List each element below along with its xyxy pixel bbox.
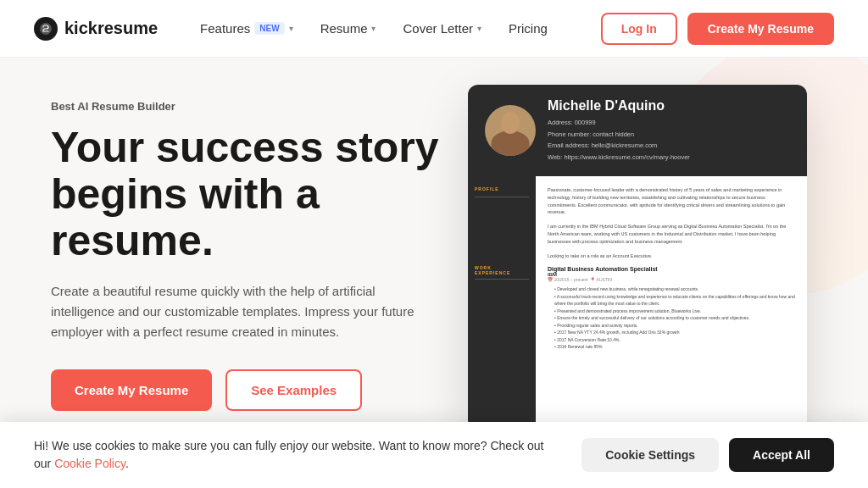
nav-pricing[interactable]: Pricing <box>497 14 559 42</box>
bullet6: • 2017 New NA YTY 24.4% growth, includin… <box>548 329 795 336</box>
login-button[interactable]: Log In <box>601 13 677 45</box>
navbar: kickresume Features NEW ▾ Resume ▾ Cover… <box>0 0 868 58</box>
logo-text: kickresume <box>64 19 158 38</box>
resume-body: PROFILE WORK EXPERIENCE Passionate, cust… <box>468 176 807 430</box>
job-location: AUSTIN <box>597 277 612 282</box>
hero-section: Best AI Resume Builder Your success stor… <box>0 58 868 437</box>
work-label: WORK EXPERIENCE <box>475 265 529 275</box>
bullet2: • A successful track-record using knowle… <box>548 293 795 308</box>
job-title: Digital Business Automation Specialist <box>548 266 795 272</box>
resume-web: Web: https://www.kickresume.com/cv/mary-… <box>548 152 690 164</box>
sidebar-divider2 <box>475 279 529 280</box>
bullet7: • 2017 NA Conversion Rate:10.4%. <box>548 336 795 344</box>
nav-resume[interactable]: Resume ▾ <box>309 14 388 42</box>
nav-actions: Log In Create My Resume <box>601 13 834 45</box>
hero-badge: Best AI Resume Builder <box>51 100 458 113</box>
profile-para3: Looking to take on a role as an Account … <box>548 252 795 260</box>
resume-address: Address: 000999 <box>548 117 690 129</box>
bullet5: • Providing regular sales and activity r… <box>548 322 795 330</box>
bullet1: • Developed and closed new business, whi… <box>548 286 795 293</box>
cookie-buttons: Cookie Settings Accept All <box>581 438 834 472</box>
hero-subtitle: Create a beautiful resume quickly with t… <box>51 281 415 342</box>
resume-sidebar: PROFILE WORK EXPERIENCE <box>468 176 536 430</box>
resume-label: Resume <box>320 21 368 36</box>
profile-para2: I am currently in the IBM Hybrid Cloud S… <box>548 223 795 245</box>
logo-icon <box>34 17 58 41</box>
create-resume-button[interactable]: Create My Resume <box>687 13 834 45</box>
resume-name: Michelle D'Aquino <box>548 98 690 114</box>
bullet8: • 2016 Renewal rate 85% <box>548 343 795 351</box>
avatar <box>485 105 536 156</box>
bullet4: • Ensure the timely and successful deliv… <box>548 314 795 322</box>
cookie-policy-link[interactable]: Cookie Policy <box>54 457 125 470</box>
profile-para1: Passionate, customer-focused leader with… <box>548 186 795 216</box>
profile-label: PROFILE <box>475 186 529 191</box>
hero-content: Best AI Resume Builder Your success stor… <box>51 92 458 437</box>
resume-header: Michelle D'Aquino Address: 000999 Phone … <box>468 85 807 176</box>
nav-cover-letter[interactable]: Cover Letter ▾ <box>391 14 493 42</box>
nav-links: Features NEW ▾ Resume ▾ Cover Letter ▾ P… <box>188 14 601 42</box>
job-meta: 📅 10/2015 – present 📍 AUSTIN <box>548 277 795 282</box>
resume-main: Passionate, customer-focused leader with… <box>536 176 807 430</box>
nav-features[interactable]: Features NEW ▾ <box>188 14 305 42</box>
resume-email: Email address: hello@kickresume.com <box>548 140 690 152</box>
resume-phone: Phone number: contact hidden <box>548 129 690 141</box>
resume-card: Michelle D'Aquino Address: 000999 Phone … <box>468 85 807 430</box>
cover-letter-label: Cover Letter <box>403 21 473 36</box>
hero-cta-secondary[interactable]: See Examples <box>225 369 362 411</box>
logo[interactable]: kickresume <box>34 17 158 41</box>
hero-title: Your success story begins with a resume. <box>51 125 458 264</box>
chevron-down-icon: ▾ <box>477 24 481 33</box>
hero-buttons: Create My Resume See Examples <box>51 369 458 411</box>
job-dates: 10/2015 – present <box>554 277 587 282</box>
chevron-down-icon: ▾ <box>289 24 293 33</box>
resume-meta: Address: 000999 Phone number: contact hi… <box>548 117 690 163</box>
sidebar-divider <box>475 197 529 197</box>
accept-all-button[interactable]: Accept All <box>729 438 834 472</box>
cookie-text: Hi! We use cookies to make sure you can … <box>34 437 556 473</box>
cookie-banner: Hi! We use cookies to make sure you can … <box>0 422 868 488</box>
cookie-settings-button[interactable]: Cookie Settings <box>581 438 719 472</box>
hero-cta-primary[interactable]: Create My Resume <box>51 369 212 411</box>
features-label: Features <box>200 21 250 36</box>
chevron-down-icon: ▾ <box>371 24 376 33</box>
bullet3: • Presented and demonstrated process imp… <box>548 308 795 315</box>
hero-resume-preview: Michelle D'Aquino Address: 000999 Phone … <box>458 92 817 437</box>
features-badge: NEW <box>254 22 284 35</box>
cookie-period: . <box>125 457 129 470</box>
